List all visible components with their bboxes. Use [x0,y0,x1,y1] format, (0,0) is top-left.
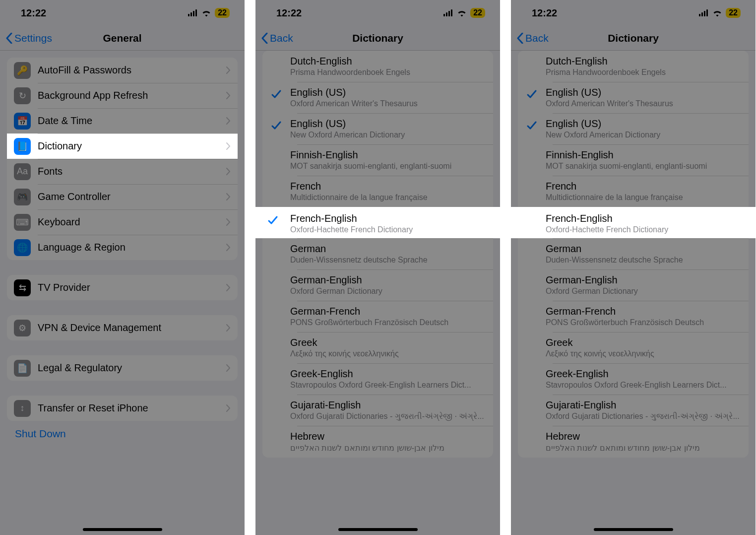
settings-row-keyboard[interactable]: ⌨Keyboard [7,209,238,235]
nav-bar: Settings General [0,26,245,51]
dictionary-row[interactable]: German-EnglishOxford German Dictionary [518,269,749,301]
settings-row-transfer-or-reset-iphone[interactable]: ↕Transfer or Reset iPhone [7,396,238,421]
home-indicator[interactable] [594,528,673,531]
settings-row-language-region[interactable]: 🌐Language & Region [7,235,238,260]
dictionary-content: Dutch-EnglishPrisma Handwoordenboek Enge… [511,51,756,535]
dictionary-title: English (US) [290,118,486,130]
dictionary-row[interactable]: German-FrenchPONS Großwörterbuch Französ… [262,301,493,332]
settings-row-date-time[interactable]: 📅Date & Time [7,108,238,134]
row-label: Background App Refresh [38,90,226,101]
settings-row-legal-regulatory[interactable]: 📄Legal & Regulatory [7,355,238,381]
dictionary-subtitle: MOT sanakirja suomi-englanti, englanti-s… [546,162,742,171]
check-column [262,431,290,433]
gamepad-icon: 🎮 [14,189,31,205]
check-column [262,56,290,58]
dictionary-text: Finnish-EnglishMOT sanakirja suomi-engla… [546,149,742,171]
dictionary-row[interactable]: FrenchMultidictionnaire de la langue fra… [262,176,493,207]
key-icon: 🔑 [14,62,31,79]
dictionary-row[interactable]: Hebrewמילון אבן-שושן מחודש ומותאם לשנות … [518,426,749,458]
dictionary-row[interactable]: GreekΛεξικό της κοινής νεοελληνικής [262,332,493,363]
dictionary-row-highlight[interactable]: French-English Oxford-Hachette French Di… [255,207,500,238]
back-button[interactable]: Back [517,32,549,44]
status-time: 12:22 [21,7,46,19]
status-right: 22 [699,8,741,18]
check-column [518,56,546,58]
row-label: Dictionary [38,140,226,152]
dictionary-row[interactable]: English (US)Oxford American Writer's The… [518,82,749,113]
dictionary-row[interactable]: English (US)Oxford American Writer's The… [262,82,493,113]
dictionary-title: Greek-English [290,368,486,380]
dictionary-text: GreekΛεξικό της κοινής νεοελληνικής [290,337,486,358]
dictionary-subtitle: Oxford German Dictionary [290,287,486,296]
status-time: 12:22 [276,7,302,19]
dictionary-row[interactable]: German-EnglishOxford German Dictionary [262,269,493,301]
dictionary-title: Greek [546,337,742,348]
dictionary-row[interactable]: Greek-EnglishStavropoulos Oxford Greek-E… [262,363,493,395]
settings-row-autofill-passwords[interactable]: 🔑AutoFill & Passwords [7,58,238,83]
dictionary-list: Dutch-EnglishPrisma Handwoordenboek Enge… [262,51,493,458]
dictionary-row[interactable]: Gujarati-EnglishOxford Gujarati Dictiona… [518,395,749,426]
home-indicator[interactable] [338,528,418,531]
dictionary-row[interactable]: Greek-EnglishStavropoulos Oxford Greek-E… [518,363,749,395]
checkmark-icon [267,215,278,226]
chevron-right-icon [226,92,231,99]
checkmark-icon [271,89,282,100]
dictionary-text: German-EnglishOxford German Dictionary [290,274,486,296]
dictionary-subtitle: Prisma Handwoordenboek Engels [290,68,486,77]
dictionary-row[interactable]: Finnish-EnglishMOT sanakirja suomi-engla… [518,144,749,176]
settings-row-fonts[interactable]: AaFonts [7,159,238,184]
dictionary-text: Hebrewמילון אבן-שושן מחודש ומותאם לשנות … [546,431,742,453]
check-column [518,337,546,339]
status-time: 12:22 [532,7,557,19]
dictionary-subtitle: Stavropoulos Oxford Greek-English Learne… [290,381,486,390]
back-button[interactable]: Settings [6,32,52,44]
wifi-icon [712,9,722,17]
dictionary-row[interactable]: Finnish-EnglishMOT sanakirja suomi-engla… [262,144,493,176]
dictionary-title: German [546,243,742,255]
phone-panel-3: 12:22 22 Back Dictionary Dutch-EnglishPr… [511,0,756,535]
check-column [511,213,546,215]
dictionary-row[interactable]: Gujarati-EnglishOxford Gujarati Dictiona… [262,395,493,426]
dictionary-text: English (US)Oxford American Writer's The… [290,87,486,108]
settings-row-background-app-refresh[interactable]: ↻Background App Refresh [7,83,238,108]
checkmark-icon [526,120,537,131]
font-icon: Aa [14,163,31,180]
dictionary-row[interactable]: Dutch-EnglishPrisma Handwoordenboek Enge… [262,51,493,82]
settings-row-game-controller[interactable]: 🎮Game Controller [7,184,238,209]
svg-rect-11 [706,9,708,16]
dictionary-title: French-English [546,213,749,224]
status-bar: 12:22 22 [0,0,245,26]
home-indicator[interactable] [83,528,162,531]
status-right: 22 [188,8,230,18]
dictionary-row[interactable]: Hebrewמילון אבן-שושן מחודש ומותאם לשנות … [262,426,493,458]
settings-row-tv-provider[interactable]: ⇆TV Provider [7,275,238,300]
dictionary-text: German-EnglishOxford German Dictionary [546,274,742,296]
dictionary-row[interactable]: German-FrenchPONS Großwörterbuch Französ… [518,301,749,332]
dictionary-text: GermanDuden-Wissensnetz deutsche Sprache [546,243,742,265]
settings-row-dictionary[interactable]: 📘Dictionary [7,134,238,159]
svg-rect-3 [195,9,197,16]
dictionary-title: French-English [290,213,493,224]
check-column [255,213,290,226]
dictionary-row[interactable]: English (US)New Oxford American Dictiona… [262,113,493,144]
check-column [262,400,290,401]
check-column [518,368,546,370]
dictionary-text: FrenchMultidictionnaire de la langue fra… [546,181,742,202]
dictionary-row-highlight[interactable]: French-English Oxford-Hachette French Di… [511,207,756,238]
settings-content: 🔑AutoFill & Passwords↻Background App Ref… [0,51,245,535]
dictionary-row[interactable]: GermanDuden-Wissensnetz deutsche Sprache [262,238,493,269]
dictionary-row[interactable]: English (US)New Oxford American Dictiona… [518,113,749,144]
dictionary-title: German [290,243,486,255]
check-column [262,274,290,276]
back-button[interactable]: Back [261,32,293,44]
dictionary-row[interactable]: GermanDuden-Wissensnetz deutsche Sprache [518,238,749,269]
dictionary-row[interactable]: FrenchMultidictionnaire de la langue fra… [518,176,749,207]
wifi-icon [457,9,467,17]
settings-row-vpn-device-management[interactable]: ⚙VPN & Device Management [7,315,238,340]
dictionary-title: Gujarati-English [546,400,742,411]
shutdown-link[interactable]: Shut Down [0,421,245,447]
dictionary-text: Gujarati-EnglishOxford Gujarati Dictiona… [290,400,486,421]
svg-rect-8 [699,14,700,16]
dictionary-row[interactable]: Dutch-EnglishPrisma Handwoordenboek Enge… [518,51,749,82]
dictionary-row[interactable]: GreekΛεξικό της κοινής νεοελληνικής [518,332,749,363]
